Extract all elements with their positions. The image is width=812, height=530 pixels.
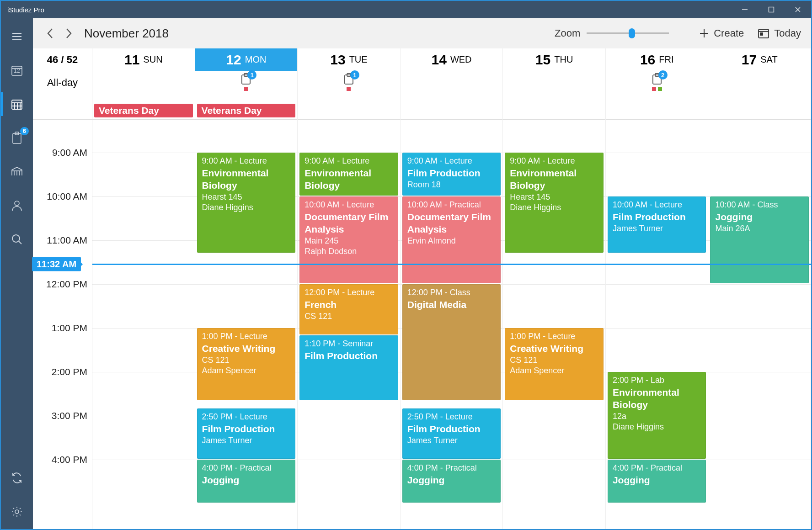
all-day-event[interactable]: Veterans Day: [94, 104, 193, 117]
all-day-zone[interactable]: [401, 71, 503, 120]
calendar-event[interactable]: 12:00 PM - LectureFrenchCS 121: [299, 284, 398, 334]
day-column[interactable]: 14WED9:00 AM - LectureFilm ProductionRoo…: [401, 48, 503, 529]
search-icon[interactable]: [8, 230, 26, 249]
calendar-icon[interactable]: [8, 95, 26, 113]
day-column[interactable]: 17SAT10:00 AM - ClassJoggingMain 26A: [708, 48, 811, 529]
day-column[interactable]: 11SUNVeterans Day: [92, 48, 195, 529]
month-label: November 2018: [84, 26, 169, 41]
calendar-event[interactable]: 1:00 PM - LectureCreative WritingCS 121A…: [197, 328, 296, 400]
svg-point-24: [15, 510, 19, 514]
all-day-label: All-day: [33, 71, 92, 120]
calendar-event[interactable]: 4:00 PM - PracticalJogging: [608, 460, 706, 503]
indicator-dots: [347, 87, 351, 91]
hour-label: 1:00 PM: [33, 323, 87, 334]
all-day-zone[interactable]: 2: [606, 71, 708, 120]
sidebar: 12 6: [1, 18, 33, 529]
svg-rect-29: [760, 33, 763, 35]
all-day-zone[interactable]: 1: [298, 71, 400, 120]
calendar-event[interactable]: 10:00 AM - LectureFilm ProductionJames T…: [608, 196, 706, 253]
day-column[interactable]: 12MON1Veterans Day9:00 AM - LectureEnvir…: [195, 48, 298, 529]
svg-rect-1: [769, 7, 774, 12]
day-header[interactable]: 12MON: [195, 48, 298, 71]
indicator-dots: [244, 87, 248, 91]
sync-icon[interactable]: [8, 469, 26, 487]
indicator-dots: [652, 87, 662, 91]
svg-point-22: [12, 235, 20, 242]
day-column[interactable]: 15THU9:00 AM - LectureEnvironmental Biol…: [503, 48, 606, 529]
calendar-event[interactable]: 4:00 PM - PracticalJogging: [402, 460, 501, 503]
calendar-event[interactable]: 10:00 AM - ClassJoggingMain 26A: [710, 196, 809, 283]
today-button[interactable]: Today: [758, 27, 801, 39]
assignment-indicator-icon[interactable]: 1: [343, 73, 355, 85]
calendar-event[interactable]: 9:00 AM - LectureEnvironmental Biology: [299, 153, 398, 196]
day-header[interactable]: 17SAT: [708, 48, 811, 71]
instructors-icon[interactable]: [8, 196, 26, 215]
hour-label: 4:00 PM: [33, 454, 87, 465]
day-column[interactable]: 13TUE19:00 AM - LectureEnvironmental Bio…: [298, 48, 401, 529]
assignments-badge: 6: [20, 127, 29, 135]
calendar-event[interactable]: 2:50 PM - LectureFilm ProductionJames Tu…: [197, 408, 296, 459]
calendar-event[interactable]: 4:00 PM - PracticalJogging: [197, 460, 296, 503]
app-title: iStudiez Pro: [1, 6, 732, 14]
calendar-grid[interactable]: 11SUNVeterans Day12MON1Veterans Day9:00 …: [92, 48, 811, 529]
next-week-button[interactable]: [61, 26, 76, 41]
assignment-indicator-icon[interactable]: 1: [240, 73, 252, 85]
today-icon[interactable]: 12: [8, 61, 26, 80]
day-header[interactable]: 16FRI: [606, 48, 708, 71]
current-time-pill: 11:32 AM: [32, 257, 81, 271]
week-number: 46 / 52: [33, 48, 92, 71]
calendar-event[interactable]: 10:00 AM - PracticalDocumentary Film Ana…: [402, 196, 501, 283]
time-column: 46 / 52 All-day 9:00 AM10:00 AM11:00 AM1…: [33, 48, 92, 529]
close-button[interactable]: [785, 1, 811, 18]
calendar-event[interactable]: 9:00 AM - LectureFilm ProductionRoom 18: [402, 153, 501, 196]
day-header[interactable]: 13TUE: [298, 48, 400, 71]
assignment-indicator-icon[interactable]: 2: [651, 73, 663, 85]
current-time-line: 11:32 AM: [92, 264, 811, 265]
calendar-event[interactable]: 12:00 PM - ClassDigital Media: [402, 284, 501, 400]
minimize-button[interactable]: [732, 1, 758, 18]
assignments-icon[interactable]: 6: [8, 129, 26, 147]
title-bar: iStudiez Pro: [1, 1, 811, 18]
day-header[interactable]: 14WED: [401, 48, 503, 71]
day-column[interactable]: 16FRI210:00 AM - LectureFilm ProductionJ…: [606, 48, 709, 529]
day-header[interactable]: 11SUN: [92, 48, 195, 71]
all-day-zone[interactable]: [708, 71, 811, 120]
hour-label: 11:00 AM: [33, 235, 87, 246]
hour-label: 10:00 AM: [33, 191, 87, 202]
prev-week-button[interactable]: [43, 26, 58, 41]
settings-icon[interactable]: [8, 503, 26, 521]
calendar-event[interactable]: 9:00 AM - LectureEnvironmental BiologyHe…: [197, 153, 296, 253]
hour-label: 2:00 PM: [33, 366, 87, 377]
day-header[interactable]: 15THU: [503, 48, 605, 71]
calendar-event[interactable]: 2:50 PM - LectureFilm ProductionJames Tu…: [402, 408, 501, 459]
zoom-thumb[interactable]: [629, 28, 635, 38]
hour-label: 9:00 AM: [33, 147, 87, 158]
toolbar: November 2018 Zoom Create Today: [33, 18, 811, 48]
svg-line-23: [19, 241, 21, 244]
all-day-event[interactable]: Veterans Day: [197, 104, 296, 117]
planner-icon[interactable]: [8, 163, 26, 181]
hour-label: 3:00 PM: [33, 410, 87, 421]
all-day-zone[interactable]: 1Veterans Day: [195, 71, 298, 120]
maximize-button[interactable]: [758, 1, 785, 18]
calendar-event[interactable]: 1:00 PM - LectureCreative WritingCS 121A…: [505, 328, 604, 400]
calendar-event[interactable]: 9:00 AM - LectureEnvironmental BiologyHe…: [505, 153, 604, 253]
hour-label: 12:00 PM: [33, 279, 87, 290]
menu-icon[interactable]: [8, 27, 26, 46]
all-day-zone[interactable]: Veterans Day: [92, 71, 195, 120]
all-day-zone[interactable]: [503, 71, 605, 120]
zoom-label: Zoom: [555, 27, 580, 39]
zoom-slider[interactable]: [587, 32, 669, 34]
calendar-event[interactable]: 2:00 PM - LabEnvironmental Biology12aDia…: [608, 372, 706, 459]
svg-point-21: [15, 201, 19, 206]
create-button[interactable]: Create: [699, 27, 744, 39]
calendar-event[interactable]: 10:00 AM - LectureDocumentary Film Analy…: [299, 196, 398, 283]
calendar-event[interactable]: 1:10 PM - SeminarFilm Production: [299, 335, 398, 400]
